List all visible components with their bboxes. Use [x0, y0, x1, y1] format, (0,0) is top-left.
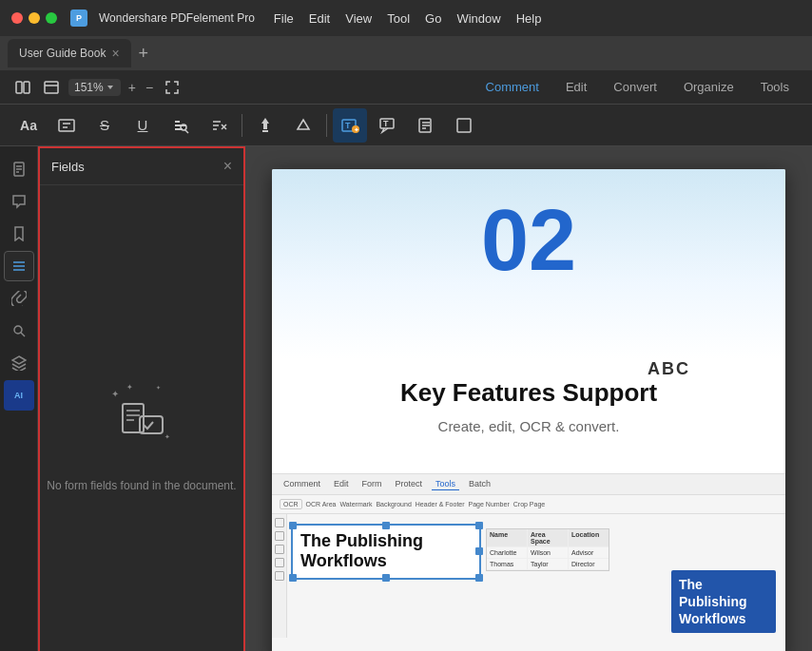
pdf-viewing-area[interactable]: 02 ABC Key Features Support Create, edit…	[245, 146, 812, 651]
sidebar-item-fields[interactable]	[4, 251, 34, 281]
toolbar-nav: Comment Edit Convert Organize Tools	[474, 76, 801, 98]
pdf-side-icons	[272, 514, 287, 638]
pdf-mini-tools-row: OCR OCR Area Watermark Background Header…	[272, 495, 785, 514]
svg-text:✦: ✦	[156, 385, 161, 391]
pdf-mini-watermark: Watermark	[339, 501, 372, 507]
svg-point-34	[14, 326, 22, 334]
resize-handle-mr[interactable]	[475, 547, 483, 555]
panel-toggle-button[interactable]	[40, 76, 63, 99]
box-tool-button[interactable]	[447, 108, 481, 143]
pdf-mini-ocr: OCR	[280, 499, 302, 509]
svg-rect-2	[45, 82, 58, 93]
minimize-window-button[interactable]	[29, 12, 40, 24]
fullscreen-window-button[interactable]	[46, 12, 57, 24]
svg-rect-5	[59, 120, 74, 131]
pdf-mini-ocr-area: OCR Area	[306, 501, 337, 507]
font-tool-button[interactable]: Aa	[11, 108, 46, 143]
svg-text:✦: ✦	[354, 126, 359, 133]
table-cell-1-2: Wilson	[528, 547, 569, 558]
pdf-table: Name Area Space Location Charlotte Wilso…	[486, 528, 609, 571]
tab-edit[interactable]: Edit	[554, 76, 598, 98]
zoom-level: 151%	[74, 81, 104, 94]
sidebar-toggle-button[interactable]	[11, 76, 34, 99]
table-header-location: Location	[569, 529, 609, 546]
sidebar-item-search[interactable]	[4, 316, 34, 346]
pdf-publishing-box-2: The PublishingWorkflows	[671, 570, 776, 633]
table-cell-2-2: Taylor	[528, 559, 569, 569]
pdf-section-subtitle: Create, edit, OCR & convert.	[438, 418, 620, 434]
tab-organize[interactable]: Organize	[672, 76, 745, 98]
resize-handle-tl[interactable]	[289, 522, 297, 529]
pdf-mini-crop-page: Crop Page	[513, 501, 545, 507]
resize-handle-tc[interactable]	[382, 522, 390, 529]
svg-text:T: T	[345, 121, 351, 130]
resize-handle-bc[interactable]	[382, 574, 390, 582]
eraser-tool-button[interactable]	[286, 108, 320, 143]
pdf-mini-background: Background	[376, 501, 411, 507]
text-select-tool-button[interactable]	[49, 108, 84, 143]
svg-rect-26	[457, 119, 471, 132]
insert-text-tool-button[interactable]	[164, 108, 198, 143]
resize-handle-bl[interactable]	[289, 574, 297, 582]
tab-comment[interactable]: Comment	[474, 76, 551, 98]
menu-help[interactable]: Help	[509, 11, 550, 26]
svg-text:✦: ✦	[164, 433, 170, 440]
strikethrough-tool-button[interactable]: S	[87, 108, 122, 143]
menu-go[interactable]: Go	[417, 11, 449, 26]
svg-rect-1	[24, 82, 29, 93]
tab-close-button[interactable]: ×	[111, 46, 119, 61]
table-cell-1-1: Charlotte	[487, 547, 528, 558]
underline-tool-button[interactable]: U	[126, 108, 160, 143]
main-layout: AI Fields × ✦ ✦ ✦	[0, 146, 812, 651]
fit-page-button[interactable]	[161, 76, 184, 99]
close-window-button[interactable]	[11, 12, 23, 24]
pdf-abc-label: ABC	[648, 359, 690, 379]
zoom-out-button[interactable]: −	[144, 80, 155, 95]
pdf-lower-inner: The PublishingWorkflows Name Area Space …	[272, 514, 785, 638]
resize-handle-tr[interactable]	[475, 522, 483, 529]
zoom-dropdown-icon[interactable]	[106, 83, 115, 92]
traffic-lights[interactable]	[11, 12, 57, 24]
sidebar-item-page[interactable]	[4, 154, 34, 184]
callout-tool-button[interactable]: T	[371, 108, 405, 143]
tools-bar: Aa S U	[0, 105, 812, 146]
tab-convert[interactable]: Convert	[602, 76, 668, 98]
menu-tool[interactable]: Tool	[379, 11, 417, 26]
highlight-tool-button[interactable]	[248, 108, 282, 143]
tool-divider-2	[326, 114, 327, 137]
pdf-lower-content: Comment Edit Form Protect Tools Batch OC…	[272, 473, 785, 652]
table-header-area: Area Space	[528, 529, 569, 546]
mini-form: Form	[358, 478, 386, 489]
new-tab-button[interactable]: +	[139, 44, 149, 64]
resize-handle-br[interactable]	[475, 574, 483, 582]
table-cell-1-3: Advisor	[569, 547, 609, 558]
sidebar-item-attachments[interactable]	[4, 283, 34, 314]
table-row-1: Charlotte Wilson Advisor	[487, 547, 609, 559]
table-header-name: Name	[487, 529, 528, 546]
sidebar-item-bookmarks[interactable]	[4, 219, 34, 249]
tab-label: User Guide Book	[19, 47, 106, 60]
sidebar-item-layers[interactable]	[4, 348, 34, 378]
sidebar-item-comments[interactable]	[4, 186, 34, 217]
sticky-note-tool-button[interactable]	[409, 108, 443, 143]
sidebar-item-ai[interactable]: AI	[4, 380, 34, 411]
pdf-publishing-box-1[interactable]: The PublishingWorkflows	[291, 524, 481, 580]
menu-view[interactable]: View	[338, 11, 379, 26]
fields-panel-close-button[interactable]: ×	[223, 158, 232, 175]
pdf-side-icon-1	[275, 518, 284, 527]
pdf-side-icon-5	[275, 571, 284, 581]
app-title: Wondershare PDFelement Pro	[99, 11, 255, 25]
zoom-in-button[interactable]: +	[126, 80, 138, 95]
svg-rect-14	[262, 130, 268, 132]
svg-text:✦: ✦	[111, 389, 119, 399]
top-toolbar: 151% + − Comment Edit Convert Organize T…	[0, 70, 812, 105]
document-tab[interactable]: User Guide Book ×	[8, 39, 131, 67]
tab-bar: User Guide Book × +	[0, 36, 812, 70]
menu-edit[interactable]: Edit	[301, 11, 338, 26]
publishing-title-2: The PublishingWorkflows	[679, 577, 747, 626]
delete-text-tool-button[interactable]	[202, 108, 236, 143]
menu-window[interactable]: Window	[449, 11, 508, 26]
tab-tools[interactable]: Tools	[749, 76, 801, 98]
textbox-tool-button[interactable]: T ✦	[333, 108, 367, 143]
menu-file[interactable]: File	[266, 11, 301, 26]
